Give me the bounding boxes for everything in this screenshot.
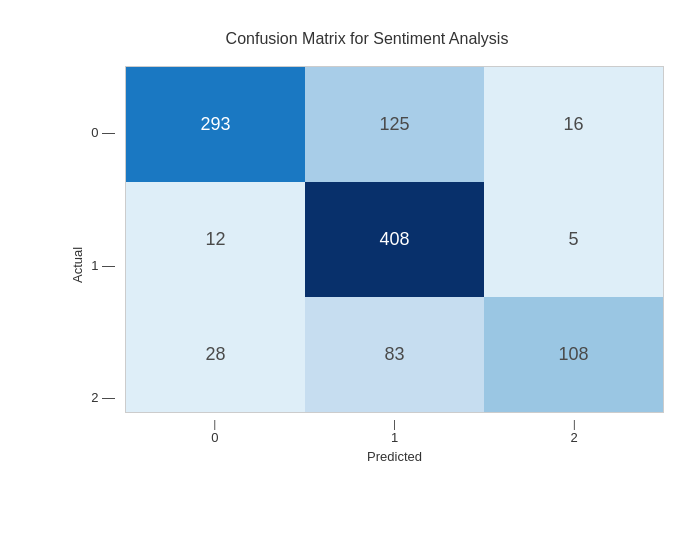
y-ticks: 0 — 1 — 2 —: [91, 66, 121, 464]
y-tick-2: 2 —: [91, 331, 121, 464]
matrix-area: Actual 0 — 1 — 2 — 293125161240852883108…: [70, 66, 664, 464]
cell-value-2-0: 28: [205, 344, 225, 365]
x-tick-1: |1: [305, 419, 485, 445]
matrix-cell-0-2: 16: [484, 67, 663, 182]
cell-value-1-1: 408: [379, 229, 409, 250]
matrix-cell-0-0: 293: [126, 67, 305, 182]
matrix-cell-1-1: 408: [305, 182, 484, 297]
matrix-cell-2-2: 108: [484, 297, 663, 412]
matrix-cell-2-1: 83: [305, 297, 484, 412]
matrix-cell-0-1: 125: [305, 67, 484, 182]
cell-value-1-0: 12: [205, 229, 225, 250]
chart-container: Confusion Matrix for Sentiment Analysis …: [0, 0, 684, 548]
cell-value-0-0: 293: [200, 114, 230, 135]
matrix-cell-1-0: 12: [126, 182, 305, 297]
matrix-cell-2-0: 28: [126, 297, 305, 412]
cell-value-0-1: 125: [379, 114, 409, 135]
cell-value-1-2: 5: [568, 229, 578, 250]
cell-value-0-2: 16: [563, 114, 583, 135]
x-axis-label: Predicted: [125, 449, 664, 464]
x-tick-0: |0: [125, 419, 305, 445]
y-tick-1: 1 —: [91, 199, 121, 332]
x-ticks: |0 |1 |2: [125, 419, 664, 445]
matrix-grid: 293125161240852883108: [125, 66, 664, 413]
x-tick-2: |2: [484, 419, 664, 445]
cell-value-2-2: 108: [558, 344, 588, 365]
y-tick-0: 0 —: [91, 66, 121, 199]
right-section: 293125161240852883108 |0 |1 |2 Predicted: [125, 66, 664, 464]
matrix-cell-1-2: 5: [484, 182, 663, 297]
chart-title: Confusion Matrix for Sentiment Analysis: [70, 30, 664, 48]
y-axis-label: Actual: [70, 66, 85, 464]
cell-value-2-1: 83: [384, 344, 404, 365]
